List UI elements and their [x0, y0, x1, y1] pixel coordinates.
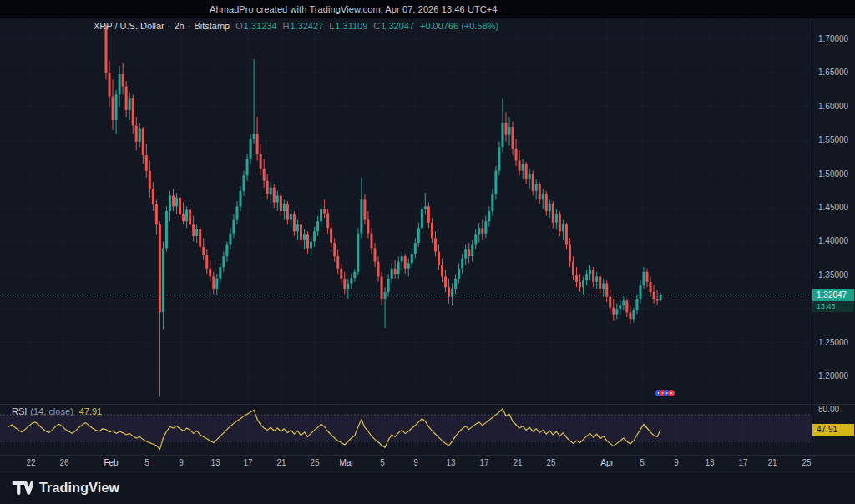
- symbol-legend[interactable]: XRP / U.S. Dollar·2h·BitstampO1.31234H1.…: [94, 21, 498, 31]
- price-tick-label: 1.55000: [812, 135, 855, 144]
- time-tick-label: 25: [802, 458, 811, 467]
- bar-countdown: 13:43: [812, 301, 854, 312]
- price-tick-label: 1.25000: [812, 338, 855, 347]
- time-tick-label: 13: [705, 458, 714, 467]
- price-tick-label: 1.45000: [812, 203, 855, 212]
- tradingview-logo-icon: [12, 479, 33, 497]
- sticker-emojis[interactable]: [655, 390, 672, 396]
- time-tick-label: 26: [59, 458, 68, 467]
- time-tick-label: 5: [144, 458, 149, 467]
- high-value: 1.32427: [290, 21, 323, 31]
- time-tick-label: Apr: [600, 458, 614, 467]
- price-tick-label: 1.40000: [812, 236, 855, 245]
- footer-bar: TradingView: [0, 471, 855, 504]
- time-tick-label: 22: [26, 458, 35, 467]
- time-tick-label: 9: [674, 458, 679, 467]
- time-tick-label: 21: [276, 458, 286, 467]
- time-tick-label: 17: [243, 458, 252, 467]
- legend-separator: ·: [188, 21, 191, 31]
- price-tick-label: 1.35000: [812, 270, 855, 280]
- time-axis[interactable]: 2226Feb5913172125Mar5913172125Apr5913172…: [0, 455, 812, 471]
- change-value: +0.00766 (+0.58%): [420, 21, 498, 31]
- time-tick-label: 17: [738, 458, 747, 467]
- tradingview-logo[interactable]: TradingView: [12, 479, 119, 497]
- price-tick-label: 1.20000: [812, 371, 855, 381]
- high-label: H: [283, 21, 290, 31]
- rsi-title: RSI: [12, 406, 27, 416]
- time-tick-label: 13: [210, 458, 220, 467]
- symbol-title: XRP / U.S. Dollar: [94, 21, 164, 31]
- interval-label: 2h: [174, 21, 184, 31]
- price-tick-label: 1.70000: [812, 34, 855, 43]
- time-tick-label: 9: [413, 458, 418, 467]
- time-tick-label: 17: [479, 458, 488, 467]
- close-value: 1.32047: [381, 21, 414, 31]
- rsi-upper-tick-label: 80.00: [812, 405, 855, 414]
- exchange-label: Bitstamp: [194, 21, 230, 31]
- price-chart-canvas[interactable]: [0, 0, 855, 504]
- time-tick-label: 9: [179, 458, 184, 467]
- rsi-legend[interactable]: RSI(14, close)47.91: [12, 406, 102, 416]
- price-tick-label: 1.60000: [812, 102, 855, 111]
- rsi-value-badge: 47.91: [812, 424, 854, 436]
- tradingview-logo-text: TradingView: [39, 481, 119, 496]
- time-tick-label: 21: [513, 458, 522, 467]
- tradingview-snapshot: AhmadPro created with TradingView.com, A…: [0, 0, 855, 504]
- price-axis[interactable]: 1.700001.650001.600001.550001.500001.450…: [812, 18, 855, 455]
- time-tick-label: 5: [380, 458, 385, 467]
- open-label: O: [235, 21, 243, 31]
- time-tick-label: Mar: [339, 458, 353, 467]
- rsi-params: (14, close): [30, 406, 73, 416]
- low-label: L: [329, 21, 334, 31]
- close-label: C: [373, 21, 380, 31]
- time-tick-label: 25: [310, 458, 319, 467]
- pane-separator[interactable]: [0, 404, 855, 405]
- last-price-badge: 1.32047 13:43: [812, 289, 854, 312]
- low-value: 1.31109: [335, 21, 367, 31]
- rsi-current-value: 47.91: [79, 406, 103, 416]
- price-tick-label: 1.65000: [812, 68, 855, 77]
- legend-separator: ·: [168, 21, 171, 31]
- time-tick-label: Feb: [104, 458, 118, 467]
- open-value: 1.31234: [244, 21, 277, 31]
- time-tick-label: 5: [640, 458, 645, 467]
- sticker-emoji[interactable]: [668, 390, 675, 396]
- price-tick-label: 1.50000: [812, 169, 855, 179]
- time-tick-label: 25: [546, 458, 555, 467]
- time-tick-label: 21: [767, 458, 777, 467]
- last-price-value: 1.32047: [812, 289, 854, 301]
- time-tick-label: 13: [446, 458, 455, 467]
